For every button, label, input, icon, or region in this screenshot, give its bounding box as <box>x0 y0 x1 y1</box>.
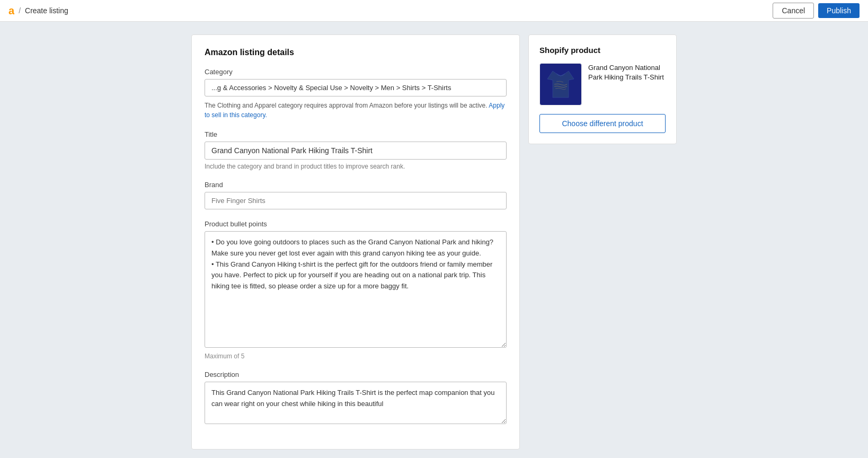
header-left: a / Create listing <box>8 5 68 17</box>
page-content: Amazon listing details Category ...g & A… <box>0 22 868 458</box>
brand-section: Brand <box>205 181 507 209</box>
description-section: Description This Grand Canyon National P… <box>205 371 507 426</box>
category-breadcrumb: ...g & Accessories > Novelty & Special U… <box>205 79 507 96</box>
choose-product-button[interactable]: Choose different product <box>539 114 666 133</box>
publish-button[interactable]: Publish <box>818 3 860 18</box>
category-notice: The Clothing and Apparel category requir… <box>205 101 507 120</box>
sidebar-card: Shopify product Grand Canyon National Pa… <box>528 34 677 144</box>
bullet-points-section: Product bullet points • Do you love goin… <box>205 220 507 360</box>
breadcrumb-separator: / <box>19 6 21 15</box>
cancel-button[interactable]: Cancel <box>773 3 814 19</box>
category-label: Category <box>205 68 507 76</box>
category-notice-text: The Clothing and Apparel category requir… <box>205 102 488 109</box>
product-preview: Grand Canyon National Park Hiking Trails… <box>539 63 666 105</box>
sidebar-title: Shopify product <box>539 46 666 55</box>
tshirt-icon <box>545 68 577 100</box>
brand-input[interactable] <box>205 192 507 209</box>
title-label: Title <box>205 130 507 138</box>
bullet-max-label: Maximum of 5 <box>205 353 507 360</box>
product-image <box>539 63 582 105</box>
description-label: Description <box>205 371 507 378</box>
category-section: Category ...g & Accessories > Novelty & … <box>205 68 507 120</box>
brand-label: Brand <box>205 181 507 189</box>
title-hint: Include the category and brand in produc… <box>205 163 507 170</box>
title-input[interactable] <box>205 142 507 160</box>
page-title: Create listing <box>25 6 68 15</box>
bullet-points-textarea[interactable]: • Do you love going outdoors to places s… <box>205 231 507 348</box>
description-textarea[interactable]: This Grand Canyon National Park Hiking T… <box>205 382 507 424</box>
bullet-points-label: Product bullet points <box>205 220 507 228</box>
title-section: Title Include the category and brand in … <box>205 130 507 170</box>
header: a / Create listing Cancel Publish <box>0 0 868 22</box>
header-actions: Cancel Publish <box>773 3 860 19</box>
amazon-logo-icon: a <box>8 5 14 17</box>
product-name: Grand Canyon National Park Hiking Trails… <box>588 63 666 82</box>
form-card-title: Amazon listing details <box>205 48 507 57</box>
listing-form-card: Amazon listing details Category ...g & A… <box>191 34 520 450</box>
